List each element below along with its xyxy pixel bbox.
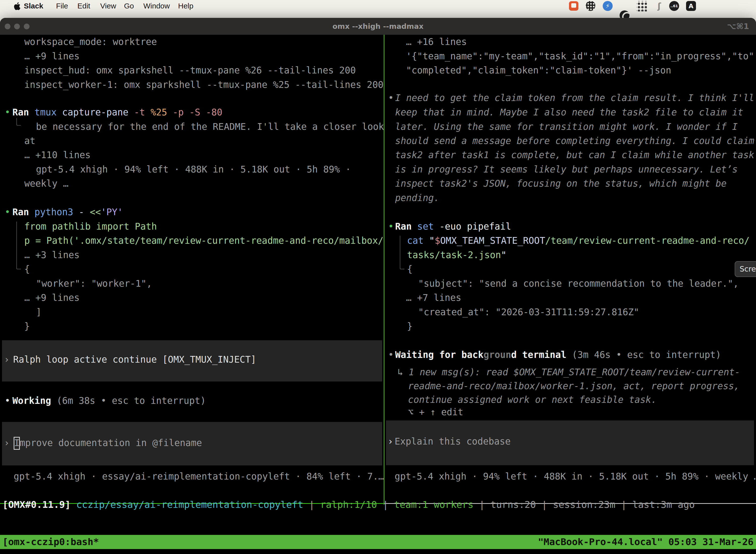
status-segment: team:1 workers: [394, 499, 479, 510]
tmux-host-clock: "MacBook-Pro-44.local" 05:03 31-Mar-26: [538, 535, 754, 549]
bottom-status-area: [OMX#0.11.9] cczip/essay/ai-reimplementa…: [0, 18, 756, 554]
dots-grid-icon[interactable]: [636, 1, 647, 11]
a-app-icon[interactable]: A: [686, 1, 696, 11]
chat-app-icon[interactable]: [569, 1, 578, 11]
squiggle-icon[interactable]: ʃ: [654, 1, 665, 11]
shield-grid-icon[interactable]: [586, 1, 595, 11]
menu-item-go[interactable]: Go: [124, 0, 134, 12]
menu-item-help[interactable]: Help: [178, 0, 193, 12]
menu-item-view[interactable]: View: [100, 0, 116, 12]
menu-item-window[interactable]: Window: [143, 0, 170, 12]
status-segment: ralph:1/10: [320, 499, 383, 510]
status-segment: |: [383, 499, 394, 510]
menu-item-slack[interactable]: Slack: [24, 0, 43, 12]
status-segment: |: [309, 499, 320, 510]
status-segment: | turns:20 | session:23m | last:3m ago: [479, 499, 695, 510]
menu-bar: SlackFileEditViewGoWindowHelp ⚡ʃ..61A⚡: [0, 0, 756, 12]
terminal-window: omx --xhigh --madmax ⌥⌘1 › Ralph loop ac…: [0, 18, 756, 554]
apple-menu-icon[interactable]: [13, 2, 21, 11]
tmux-session-name: [omx-cczip0:bash*: [2, 535, 99, 549]
tmux-status-bar: [omx-cczip0:bash* "MacBook-Pro-44.local"…: [0, 535, 756, 549]
status-segment: [OMX#0.11.9]: [2, 499, 76, 510]
menu-item-edit[interactable]: Edit: [77, 0, 90, 12]
desktop: { "menu_bar": { "items": [ {"label":"Sla…: [0, 0, 756, 554]
omx-status-line: [OMX#0.11.9] cczip/essay/ai-reimplementa…: [2, 499, 695, 510]
bolt-circle-icon[interactable]: ⚡: [603, 1, 613, 11]
menu-item-file[interactable]: File: [56, 0, 68, 12]
badge-61-icon[interactable]: ..61: [669, 1, 679, 11]
status-segment: cczip/essay/ai-reimplementation-copyleft: [76, 499, 309, 510]
